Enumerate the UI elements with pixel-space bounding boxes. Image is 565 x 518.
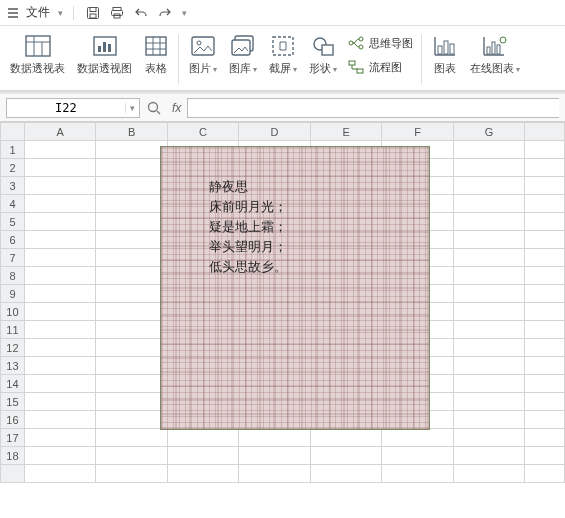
cell[interactable] (96, 195, 167, 213)
picture-button[interactable]: 图片▾ (183, 30, 223, 90)
cell[interactable] (167, 429, 238, 447)
cell[interactable] (525, 357, 565, 375)
cell[interactable] (96, 141, 167, 159)
cell[interactable] (453, 429, 524, 447)
cell[interactable] (24, 339, 95, 357)
cell[interactable] (24, 393, 95, 411)
row-header[interactable]: 18 (1, 447, 25, 465)
cell[interactable] (24, 213, 95, 231)
row-header[interactable]: 9 (1, 285, 25, 303)
cell[interactable] (96, 285, 167, 303)
cell[interactable] (525, 267, 565, 285)
mindmap-button[interactable]: 思维导图 (347, 32, 413, 54)
col-header[interactable] (525, 123, 565, 141)
cell[interactable] (453, 141, 524, 159)
cell[interactable] (96, 177, 167, 195)
cell[interactable] (382, 429, 453, 447)
cell[interactable] (24, 447, 95, 465)
row-header[interactable]: 14 (1, 375, 25, 393)
print-icon[interactable] (108, 6, 126, 20)
cell[interactable] (453, 303, 524, 321)
cell[interactable] (525, 339, 565, 357)
cell[interactable] (453, 267, 524, 285)
zoom-icon[interactable] (146, 100, 166, 116)
cell[interactable] (239, 429, 310, 447)
cell[interactable] (24, 267, 95, 285)
flowchart-button[interactable]: 流程图 (347, 56, 413, 78)
cell[interactable] (525, 429, 565, 447)
cell[interactable] (96, 465, 167, 483)
formula-input[interactable] (187, 98, 559, 118)
chevron-down-icon[interactable]: ▾ (58, 8, 63, 18)
fx-icon[interactable]: fx (172, 101, 181, 115)
gallery-button[interactable]: 图库▾ (223, 30, 263, 90)
text-box-shape[interactable]: 静夜思 床前明月光； 疑是地上霜； 举头望明月； 低头思故乡。 (160, 146, 430, 430)
chart-button[interactable]: 图表 (426, 30, 464, 90)
cell[interactable] (453, 213, 524, 231)
cell[interactable] (24, 141, 95, 159)
shape-button[interactable]: 形状▾ (303, 30, 343, 90)
screenshot-button[interactable]: 截屏▾ (263, 30, 303, 90)
cell[interactable] (453, 465, 524, 483)
cell[interactable] (525, 303, 565, 321)
name-box-input[interactable] (7, 101, 125, 115)
chevron-down-icon[interactable]: ▾ (182, 8, 187, 18)
cell[interactable] (96, 357, 167, 375)
redo-icon[interactable] (156, 6, 174, 20)
row-header[interactable]: 13 (1, 357, 25, 375)
cell[interactable] (96, 411, 167, 429)
cell[interactable] (525, 285, 565, 303)
cell[interactable] (24, 375, 95, 393)
cell[interactable] (24, 429, 95, 447)
save-icon[interactable] (84, 6, 102, 20)
cell[interactable] (167, 465, 238, 483)
cell[interactable] (24, 177, 95, 195)
cell[interactable] (239, 447, 310, 465)
online-chart-button[interactable]: 在线图表▾ (464, 30, 526, 90)
cell[interactable] (525, 249, 565, 267)
cell[interactable] (96, 375, 167, 393)
col-header[interactable]: B (96, 123, 167, 141)
row-header[interactable]: 6 (1, 231, 25, 249)
row-header[interactable] (1, 465, 25, 483)
col-header[interactable]: E (310, 123, 381, 141)
cell[interactable] (382, 465, 453, 483)
cell[interactable] (453, 411, 524, 429)
row-header[interactable]: 12 (1, 339, 25, 357)
row-header[interactable]: 17 (1, 429, 25, 447)
cell[interactable] (525, 213, 565, 231)
cell[interactable] (525, 321, 565, 339)
cell[interactable] (525, 231, 565, 249)
cell[interactable] (24, 357, 95, 375)
undo-icon[interactable] (132, 6, 150, 20)
cell[interactable] (525, 177, 565, 195)
cell[interactable] (453, 447, 524, 465)
cell[interactable] (525, 141, 565, 159)
cell[interactable] (525, 195, 565, 213)
row-header[interactable]: 7 (1, 249, 25, 267)
pivot-chart-button[interactable]: 数据透视图 (71, 30, 138, 90)
cell[interactable] (453, 231, 524, 249)
cell[interactable] (525, 465, 565, 483)
cell[interactable] (24, 159, 95, 177)
col-header[interactable]: C (167, 123, 238, 141)
cell[interactable] (453, 375, 524, 393)
cell[interactable] (453, 321, 524, 339)
cell[interactable] (525, 393, 565, 411)
table-button[interactable]: 表格 (138, 30, 174, 90)
cell[interactable] (96, 393, 167, 411)
select-all-corner[interactable] (1, 123, 25, 141)
cell[interactable] (525, 159, 565, 177)
cell[interactable] (24, 321, 95, 339)
cell[interactable] (96, 303, 167, 321)
cell[interactable] (453, 339, 524, 357)
cell[interactable] (525, 411, 565, 429)
cell[interactable] (382, 447, 453, 465)
cell[interactable] (453, 195, 524, 213)
row-header[interactable]: 1 (1, 141, 25, 159)
cell[interactable] (96, 267, 167, 285)
cell[interactable] (96, 321, 167, 339)
cell[interactable] (310, 429, 381, 447)
pivot-table-button[interactable]: 数据透视表 (4, 30, 71, 90)
name-box[interactable]: ▾ (6, 98, 140, 118)
